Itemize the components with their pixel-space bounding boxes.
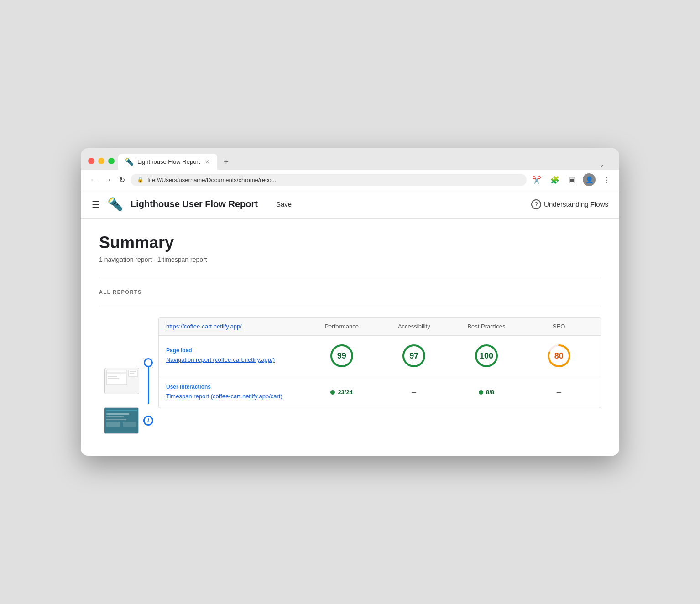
reports-layout: https://coffee-cart.netlify.app/ Perform… xyxy=(99,317,601,434)
svg-rect-4 xyxy=(108,376,117,377)
seo-score-value: 80 xyxy=(554,351,564,361)
seo-dash: – xyxy=(557,387,561,396)
left-column xyxy=(99,317,158,434)
seo-dash-cell: – xyxy=(524,387,593,397)
performance-fraction-value: 23/24 xyxy=(338,389,353,396)
performance-header: Performance xyxy=(307,323,376,330)
timeline-dot xyxy=(144,358,153,367)
address-bar[interactable]: 🔒 file:///Users/username/Documents/chrom… xyxy=(131,174,527,186)
seo-score-circle: 80 xyxy=(546,343,572,369)
table-area: https://coffee-cart.netlify.app/ Perform… xyxy=(158,317,601,408)
tab-bar: 🔦 Lighthouse Flow Report ✕ + ⌄ xyxy=(115,154,612,170)
avatar-img: 👤 xyxy=(585,176,593,183)
new-tab-button[interactable]: + xyxy=(219,155,233,170)
lock-icon: 🔒 xyxy=(137,177,144,183)
timeline-clock-icon xyxy=(143,416,153,426)
performance-score-circle: 99 xyxy=(329,343,355,369)
performance-fraction-cell: 23/24 xyxy=(307,389,376,396)
performance-score-cell: 99 xyxy=(307,343,376,369)
svg-rect-2 xyxy=(107,372,127,374)
browser-window: 🔦 Lighthouse Flow Report ✕ + ⌄ ← → ↻ 🔒 f… xyxy=(81,148,619,456)
address-bar-row: ← → ↻ 🔒 file:///Users/username/Documents… xyxy=(81,170,619,190)
tab-title: Lighthouse Flow Report xyxy=(137,158,200,165)
svg-rect-14 xyxy=(106,422,120,427)
avatar[interactable]: 👤 xyxy=(583,173,596,186)
browser-chrome: 🔦 Lighthouse Flow Report ✕ + ⌄ xyxy=(81,148,619,170)
seo-header: SEO xyxy=(524,323,593,330)
report-info-cell-2: User interactions Timespan report (coffe… xyxy=(166,384,303,401)
url-header[interactable]: https://coffee-cart.netlify.app/ xyxy=(166,323,303,330)
understanding-flows-label: Understanding Flows xyxy=(544,200,608,208)
svg-rect-11 xyxy=(106,413,129,415)
maximize-button[interactable] xyxy=(108,158,115,164)
nav-thumbnail xyxy=(104,368,139,394)
performance-fraction: 23/24 xyxy=(330,389,353,396)
best-practices-score-value: 100 xyxy=(480,351,493,361)
accessibility-dash: – xyxy=(412,387,416,396)
best-practices-fraction-value: 8/8 xyxy=(486,389,494,396)
accessibility-header: Accessibility xyxy=(380,323,449,330)
svg-rect-3 xyxy=(108,375,121,375)
report-link-2[interactable]: Timespan report (coffee-cart.netlify.app… xyxy=(166,393,282,400)
report-type-label-2: User interactions xyxy=(166,384,303,390)
fraction-dot-green-2 xyxy=(479,390,483,395)
url-text: file:///Users/username/Documents/chrome/… xyxy=(147,177,277,183)
report-link[interactable]: Navigation report (coffee-cart.netlify.a… xyxy=(166,356,275,363)
performance-score-value: 99 xyxy=(337,351,346,361)
separator-2 xyxy=(99,306,601,306)
summary-title: Summary xyxy=(99,233,601,252)
traffic-lights xyxy=(88,154,115,170)
table-row: Page load Navigation report (coffee-cart… xyxy=(159,336,601,376)
summary-subtitle: 1 navigation report · 1 timespan report xyxy=(99,256,601,263)
scissors-icon[interactable]: ✂️ xyxy=(530,174,543,186)
url-header-link[interactable]: https://coffee-cart.netlify.app/ xyxy=(166,323,242,330)
svg-rect-15 xyxy=(123,422,136,427)
svg-rect-9 xyxy=(104,408,139,434)
help-circle-icon: ? xyxy=(531,199,541,209)
app-content: ☰ 🔦 Lighthouse User Flow Report Save ? U… xyxy=(81,190,619,456)
understanding-flows-button[interactable]: ? Understanding Flows xyxy=(531,199,608,209)
svg-rect-10 xyxy=(106,410,137,411)
app-header: ☰ 🔦 Lighthouse User Flow Report Save ? U… xyxy=(81,190,619,219)
best-practices-fraction: 8/8 xyxy=(479,389,494,396)
accessibility-dash-cell: – xyxy=(380,387,449,397)
best-practices-fraction-cell: 8/8 xyxy=(452,389,521,396)
more-options-icon[interactable]: ⋮ xyxy=(601,174,612,186)
tab-close-button[interactable]: ✕ xyxy=(204,158,211,166)
split-screen-icon[interactable]: ▣ xyxy=(567,174,577,186)
forward-button[interactable]: → xyxy=(103,174,114,186)
svg-rect-13 xyxy=(106,419,126,420)
svg-rect-7 xyxy=(130,371,136,372)
table-row: User interactions Timespan report (coffe… xyxy=(159,376,601,408)
active-tab[interactable]: 🔦 Lighthouse Flow Report ✕ xyxy=(118,154,217,170)
report-info-cell: Page load Navigation report (coffee-cart… xyxy=(166,347,303,364)
best-practices-score-circle: 100 xyxy=(474,343,499,369)
main-content: Summary 1 navigation report · 1 timespan… xyxy=(81,219,619,456)
separator-1 xyxy=(99,278,601,278)
minimize-button[interactable] xyxy=(98,158,104,164)
report-type-label: Page load xyxy=(166,347,303,354)
timespan-thumbnail xyxy=(104,407,139,434)
menu-icon[interactable]: ☰ xyxy=(92,199,100,210)
seo-score-cell: 80 xyxy=(524,343,593,369)
save-button[interactable]: Save xyxy=(272,198,295,210)
best-practices-score-cell: 100 xyxy=(452,343,521,369)
extensions-icon[interactable]: 🧩 xyxy=(549,174,561,186)
app-title: Lighthouse User Flow Report xyxy=(131,199,258,209)
table-header: https://coffee-cart.netlify.app/ Perform… xyxy=(159,318,601,336)
lighthouse-logo-icon: 🔦 xyxy=(107,197,123,212)
best-practices-header: Best Practices xyxy=(452,323,521,330)
timeline-item-1 xyxy=(144,358,153,404)
reload-button[interactable]: ↻ xyxy=(117,174,127,186)
tab-overflow-button[interactable]: ⌄ xyxy=(596,159,608,170)
accessibility-score-value: 97 xyxy=(409,351,418,361)
svg-rect-12 xyxy=(106,416,124,417)
browser-actions: ✂️ 🧩 ▣ 👤 ⋮ xyxy=(530,173,612,186)
accessibility-score-circle: 97 xyxy=(401,343,427,369)
back-button[interactable]: ← xyxy=(88,174,99,186)
timeline-line xyxy=(148,367,149,404)
all-reports-label: ALL REPORTS xyxy=(99,289,601,295)
close-button[interactable] xyxy=(88,158,94,164)
svg-rect-8 xyxy=(130,373,134,374)
accessibility-score-cell: 97 xyxy=(380,343,449,369)
